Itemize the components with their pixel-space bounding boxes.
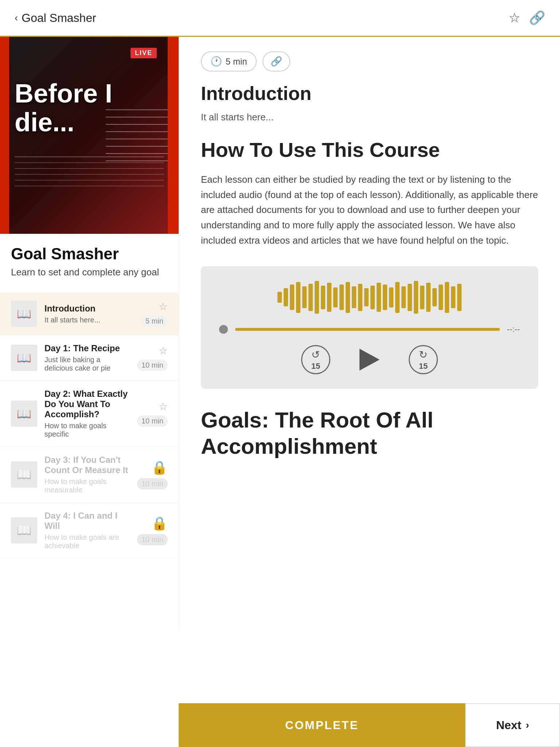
- time-value: 5 min: [226, 57, 247, 67]
- footer-heading: Goals: The Root Of All Accomplishment: [201, 407, 538, 460]
- hero-red-bar: [168, 37, 179, 234]
- section-heading: How To Use This Course: [201, 138, 538, 162]
- lesson-icon-box: 📖: [11, 517, 37, 543]
- lesson-info: Day 2: What Exactly Do You Want To Accom…: [44, 389, 130, 438]
- waveform-bar: [308, 284, 313, 311]
- back-button[interactable]: ‹ Goal Smasher: [15, 11, 96, 25]
- book-icon: 📖: [17, 468, 31, 481]
- player-controls: ↺ 15 ↻ 15: [219, 345, 520, 374]
- bottom-bar: COMPLETE Next ›: [179, 703, 560, 747]
- lesson-bookmark-button[interactable]: ☆: [159, 400, 168, 413]
- waveform-bar: [377, 283, 381, 312]
- share-button[interactable]: 🔗: [529, 10, 545, 26]
- waveform-bar: [296, 282, 300, 313]
- lesson-right: ☆10 min: [137, 345, 168, 371]
- intro-heading: Introduction: [201, 82, 538, 104]
- waveform: [219, 281, 520, 314]
- waveform-bar: [445, 282, 449, 313]
- lesson-bookmark-button[interactable]: ☆: [159, 345, 168, 357]
- lesson-duration: 10 min: [137, 534, 168, 545]
- back-icon: ‹: [15, 12, 18, 24]
- lesson-desc: How to make goals specific: [44, 422, 130, 438]
- lesson-desc: How to make goals are achievable: [44, 533, 130, 550]
- waveform-bar: [315, 281, 319, 314]
- waveform-bar: [395, 282, 400, 313]
- lesson-duration: 10 min: [137, 478, 168, 489]
- lesson-item[interactable]: 📖IntroductionIt all starts here...☆5 min: [0, 293, 179, 335]
- waveform-bar: [408, 284, 412, 311]
- forward-label: 15: [419, 361, 428, 371]
- left-column: Before I die... LIVE Goa: [0, 37, 179, 631]
- forward-button[interactable]: ↻ 15: [409, 345, 438, 374]
- waveform-bar: [389, 287, 393, 307]
- lesson-info: Day 4: I Can and I WillHow to make goals…: [44, 511, 130, 550]
- lesson-icon-box: 📖: [11, 461, 37, 488]
- progress-handle[interactable]: [219, 325, 228, 334]
- progress-row[interactable]: --:--: [219, 325, 520, 334]
- header-left: ‹ Goal Smasher: [15, 11, 96, 25]
- lesson-desc: How to make goals measurable: [44, 477, 130, 494]
- next-label: Next: [496, 719, 521, 732]
- lesson-desc: It all starts here...: [44, 316, 134, 324]
- next-button[interactable]: Next ›: [465, 703, 560, 747]
- hero-lines: [106, 37, 171, 234]
- complete-button[interactable]: COMPLETE: [179, 703, 465, 747]
- lesson-right: 🔒10 min: [137, 516, 168, 545]
- lesson-name: Day 2: What Exactly Do You Want To Accom…: [44, 389, 130, 419]
- waveform-bar: [290, 285, 294, 310]
- waveform-bar: [420, 286, 424, 309]
- main-content: Before I die... LIVE Goa: [0, 37, 560, 631]
- lesson-item[interactable]: 📖Day 3: If You Can't Count Or Measure It…: [0, 447, 179, 503]
- lesson-duration: 10 min: [137, 360, 168, 371]
- intro-text: It all starts here...: [201, 112, 538, 123]
- waveform-bar: [432, 288, 437, 306]
- waveform-bar: [370, 286, 375, 309]
- progress-track[interactable]: [235, 328, 500, 331]
- lesson-name: Introduction: [44, 303, 134, 314]
- waveform-bar: [277, 292, 282, 303]
- lesson-item[interactable]: 📖Day 1: The RecipeJust like baking a del…: [0, 335, 179, 381]
- waveform-bar: [358, 284, 362, 311]
- header-title: Goal Smasher: [22, 11, 96, 25]
- waveform-bar: [364, 288, 369, 306]
- lock-icon: 🔒: [151, 516, 168, 531]
- waveform-bar: [457, 284, 462, 311]
- waveform-bar: [451, 286, 455, 308]
- lesson-right: ☆10 min: [137, 400, 168, 427]
- lesson-info: Day 1: The RecipeJust like baking a deli…: [44, 343, 130, 372]
- course-info: Goal Smasher Learn to set and complete a…: [0, 234, 179, 293]
- bookmark-button[interactable]: ☆: [509, 10, 520, 26]
- lesson-item[interactable]: 📖Day 4: I Can and I WillHow to make goal…: [0, 503, 179, 558]
- lesson-bookmark-button[interactable]: ☆: [159, 301, 168, 313]
- lesson-list: 📖IntroductionIt all starts here...☆5 min…: [0, 293, 179, 558]
- lock-icon: 🔒: [151, 460, 168, 475]
- waveform-bar: [426, 283, 431, 312]
- lesson-name: Day 1: The Recipe: [44, 343, 130, 353]
- link-badge[interactable]: 🔗: [262, 51, 290, 71]
- section-body: Each lesson can either be studied by rea…: [201, 172, 538, 248]
- lesson-info: IntroductionIt all starts here...: [44, 303, 134, 324]
- lesson-right: ☆5 min: [141, 301, 168, 327]
- waveform-bar: [414, 281, 418, 314]
- next-arrow-icon: ›: [526, 719, 529, 731]
- lesson-icon-box: 📖: [11, 345, 37, 371]
- lesson-item[interactable]: 📖Day 2: What Exactly Do You Want To Acco…: [0, 381, 179, 447]
- rewind-button[interactable]: ↺ 15: [301, 345, 330, 374]
- header-right: ☆ 🔗: [509, 10, 545, 26]
- header: ‹ Goal Smasher ☆ 🔗: [0, 0, 560, 37]
- course-subtitle: Learn to set and complete any goal: [11, 267, 168, 278]
- lesson-duration: 5 min: [141, 316, 168, 327]
- course-title: Goal Smasher: [11, 245, 168, 263]
- lesson-name: Day 3: If You Can't Count Or Measure It: [44, 455, 130, 475]
- lesson-info: Day 3: If You Can't Count Or Measure ItH…: [44, 455, 130, 494]
- lesson-icon-box: 📖: [11, 301, 37, 327]
- book-icon: 📖: [17, 523, 31, 537]
- lesson-duration: 10 min: [137, 415, 168, 427]
- time-badge: 🕐 5 min: [201, 51, 257, 71]
- play-button[interactable]: [359, 349, 380, 371]
- lesson-right: 🔒10 min: [137, 460, 168, 489]
- book-icon: 📖: [17, 307, 31, 321]
- waveform-bar: [327, 283, 331, 312]
- waveform-bar: [401, 286, 406, 308]
- progress-time: --:--: [507, 325, 520, 334]
